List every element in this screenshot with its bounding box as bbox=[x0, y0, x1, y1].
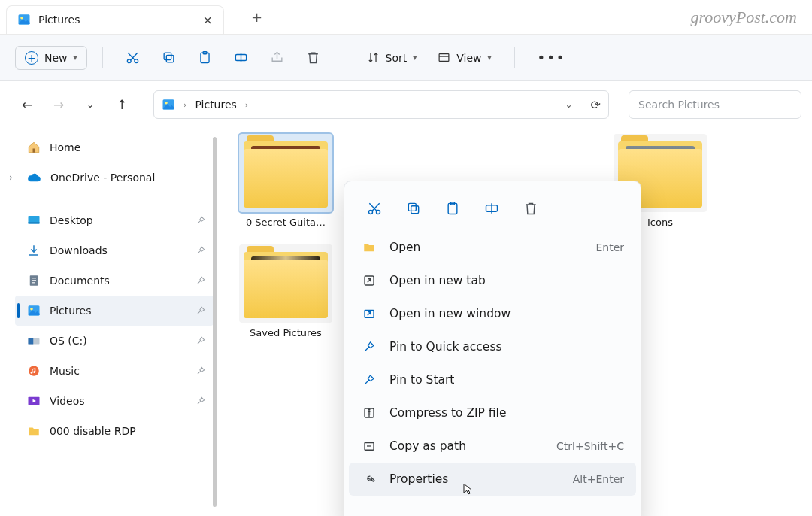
menu-shortcut: Alt+Enter bbox=[573, 473, 624, 485]
new-tab-icon bbox=[361, 274, 377, 287]
sidebar-label: 000 disable RDP bbox=[50, 425, 136, 437]
sidebar-label: OS (C:) bbox=[50, 335, 87, 347]
menu-label: Compress to ZIP file bbox=[389, 406, 506, 420]
menu-open-new-tab[interactable]: Open in new tab bbox=[349, 264, 636, 297]
menu-properties[interactable]: Properties Alt+Enter bbox=[349, 463, 636, 496]
delete-button[interactable] bbox=[514, 193, 547, 223]
paste-button[interactable] bbox=[190, 43, 220, 73]
chevron-right-icon: › bbox=[245, 100, 248, 110]
svg-rect-9 bbox=[439, 54, 449, 62]
cut-button[interactable] bbox=[358, 193, 391, 223]
separator bbox=[514, 47, 515, 68]
sidebar-item-folder[interactable]: 000 disable RDP bbox=[15, 416, 214, 446]
separator bbox=[15, 199, 208, 199]
menu-open-new-window[interactable]: Open in new window bbox=[349, 297, 636, 330]
menu-label: Pin to Quick access bbox=[389, 340, 502, 354]
context-toolbar bbox=[349, 189, 636, 231]
svg-rect-12 bbox=[33, 149, 35, 153]
pin-icon[interactable] bbox=[195, 305, 206, 316]
more-button[interactable]: ••• bbox=[530, 50, 574, 65]
folder-item[interactable]: 0 Secret Guita… bbox=[233, 134, 338, 228]
sidebar-item-videos[interactable]: Videos bbox=[15, 386, 214, 416]
view-button[interactable]: View ▾ bbox=[430, 47, 498, 68]
sort-label: Sort bbox=[386, 52, 408, 64]
plus-circle-icon: + bbox=[25, 51, 38, 65]
sidebar-item-pictures[interactable]: Pictures bbox=[15, 296, 214, 326]
svg-rect-4 bbox=[166, 55, 174, 62]
menu-copy-path[interactable]: Copy as path Ctrl+Shift+C bbox=[349, 429, 636, 463]
new-button[interactable]: + New ▾ bbox=[15, 46, 87, 70]
svg-point-26 bbox=[377, 211, 380, 214]
close-icon[interactable]: × bbox=[203, 13, 213, 27]
chevron-down-icon: ▾ bbox=[488, 53, 492, 62]
sidebar-label: Videos bbox=[50, 395, 85, 407]
breadcrumb-segment[interactable]: Pictures bbox=[195, 99, 236, 111]
zip-icon bbox=[361, 406, 377, 420]
wrench-icon bbox=[361, 472, 377, 486]
forward-button[interactable]: → bbox=[48, 97, 69, 112]
view-icon bbox=[438, 51, 450, 64]
pin-icon[interactable] bbox=[195, 335, 206, 346]
folder-item[interactable]: Saved Pictures bbox=[233, 244, 338, 338]
pin-icon[interactable] bbox=[195, 215, 206, 226]
pin-icon[interactable] bbox=[195, 396, 206, 406]
svg-point-23 bbox=[29, 366, 39, 376]
address-bar[interactable]: › Pictures › ⌄ ⟳ bbox=[153, 90, 609, 119]
svg-rect-14 bbox=[29, 222, 40, 223]
svg-rect-28 bbox=[408, 203, 416, 211]
menu-label: Open bbox=[389, 241, 420, 254]
sidebar-item-os-c[interactable]: OS (C:) bbox=[15, 326, 214, 356]
menu-pin-start[interactable]: Pin to Start bbox=[349, 363, 636, 396]
chevron-right-icon[interactable]: › bbox=[9, 172, 13, 183]
sidebar-item-home[interactable]: Home bbox=[15, 132, 214, 162]
copy-button[interactable] bbox=[154, 43, 184, 73]
copy-button[interactable] bbox=[397, 193, 430, 223]
menu-shortcut: Enter bbox=[595, 241, 624, 253]
sidebar-item-documents[interactable]: Documents bbox=[15, 266, 214, 296]
sidebar-label: OneDrive - Personal bbox=[50, 171, 155, 184]
chevron-down-icon: ▾ bbox=[74, 53, 77, 62]
pin-icon[interactable] bbox=[195, 275, 206, 286]
sidebar-label: Documents bbox=[50, 275, 110, 287]
history-dropdown[interactable]: ⌄ bbox=[80, 99, 101, 110]
address-dropdown[interactable]: ⌄ bbox=[565, 99, 573, 110]
menu-label: Properties bbox=[389, 472, 448, 486]
sidebar-label: Home bbox=[50, 141, 80, 153]
sidebar-item-music[interactable]: Music bbox=[15, 356, 214, 386]
pin-icon bbox=[361, 373, 377, 387]
sidebar-item-downloads[interactable]: Downloads bbox=[15, 235, 214, 266]
rename-button[interactable] bbox=[226, 43, 256, 73]
sidebar-item-onedrive[interactable]: › OneDrive - Personal bbox=[15, 162, 214, 193]
cut-button[interactable] bbox=[118, 43, 148, 73]
refresh-button[interactable]: ⟳ bbox=[591, 98, 601, 112]
menu-pin-quick-access[interactable]: Pin to Quick access bbox=[349, 330, 636, 363]
menu-compress-zip[interactable]: Compress to ZIP file bbox=[349, 396, 636, 429]
search-placeholder: Search Pictures bbox=[638, 99, 720, 111]
pin-icon[interactable] bbox=[195, 245, 206, 256]
sort-button[interactable]: Sort ▾ bbox=[359, 47, 425, 68]
share-button[interactable] bbox=[262, 43, 292, 73]
back-button[interactable]: ← bbox=[17, 97, 38, 112]
svg-rect-18 bbox=[32, 282, 35, 283]
scrollbar[interactable] bbox=[213, 137, 217, 507]
pin-icon[interactable] bbox=[195, 366, 206, 376]
svg-point-2 bbox=[127, 59, 131, 63]
item-label: Saved Pictures bbox=[250, 327, 322, 338]
new-tab-button[interactable]: + bbox=[251, 9, 262, 25]
folder-open-icon bbox=[361, 241, 377, 254]
watermark: groovyPost.com bbox=[690, 8, 797, 27]
tab-pictures[interactable]: Pictures × bbox=[6, 5, 224, 34]
video-icon bbox=[27, 394, 41, 408]
delete-button[interactable] bbox=[298, 43, 329, 73]
rename-button[interactable] bbox=[475, 193, 508, 223]
sidebar-item-desktop[interactable]: Desktop bbox=[15, 205, 214, 235]
search-input[interactable]: Search Pictures bbox=[629, 90, 801, 119]
svg-rect-22 bbox=[29, 338, 34, 345]
svg-rect-5 bbox=[164, 53, 171, 60]
menu-open[interactable]: Open Enter bbox=[349, 231, 636, 264]
pin-icon bbox=[361, 340, 377, 354]
up-button[interactable]: ↑ bbox=[111, 97, 132, 112]
titlebar: Pictures × + groovyPost.com bbox=[0, 0, 812, 35]
paste-button[interactable] bbox=[436, 193, 469, 223]
context-menu: Open Enter Open in new tab Open in new w… bbox=[344, 181, 641, 516]
